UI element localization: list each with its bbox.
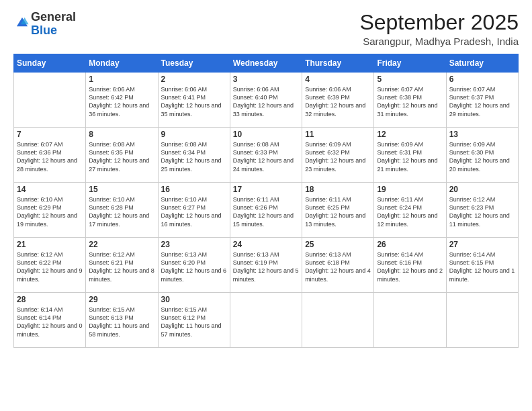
day-number: 26 xyxy=(377,240,443,249)
day-number: 23 xyxy=(161,240,227,249)
calendar-cell xyxy=(230,293,302,348)
cell-daylight-info: Sunrise: 6:11 AMSunset: 6:24 PMDaylight:… xyxy=(377,195,443,228)
cell-daylight-info: Sunrise: 6:08 AMSunset: 6:33 PMDaylight:… xyxy=(233,140,299,173)
calendar-cell xyxy=(14,73,86,128)
day-number: 19 xyxy=(377,185,443,194)
day-number: 28 xyxy=(17,295,83,304)
day-number: 14 xyxy=(17,185,83,194)
day-number: 5 xyxy=(377,75,443,84)
cell-daylight-info: Sunrise: 6:07 AMSunset: 6:38 PMDaylight:… xyxy=(377,85,443,118)
calendar-cell: 14Sunrise: 6:10 AMSunset: 6:29 PMDayligh… xyxy=(14,183,86,238)
day-number: 25 xyxy=(305,240,371,249)
calendar-cell: 3Sunrise: 6:06 AMSunset: 6:40 PMDaylight… xyxy=(230,73,302,128)
cell-daylight-info: Sunrise: 6:07 AMSunset: 6:36 PMDaylight:… xyxy=(17,140,83,173)
day-number: 29 xyxy=(89,295,154,304)
logo: General Blue xyxy=(13,11,76,38)
cell-daylight-info: Sunrise: 6:14 AMSunset: 6:15 PMDaylight:… xyxy=(449,250,515,283)
cell-daylight-info: Sunrise: 6:15 AMSunset: 6:13 PMDaylight:… xyxy=(89,306,154,338)
calendar-cell: 5Sunrise: 6:07 AMSunset: 6:38 PMDaylight… xyxy=(374,73,446,128)
cell-daylight-info: Sunrise: 6:12 AMSunset: 6:21 PMDaylight:… xyxy=(89,250,154,283)
cell-daylight-info: Sunrise: 6:13 AMSunset: 6:19 PMDaylight:… xyxy=(233,250,299,283)
weekday-header-row: SundayMondayTuesdayWednesdayThursdayFrid… xyxy=(14,54,519,73)
cell-daylight-info: Sunrise: 6:10 AMSunset: 6:28 PMDaylight:… xyxy=(89,195,154,228)
cell-daylight-info: Sunrise: 6:12 AMSunset: 6:22 PMDaylight:… xyxy=(17,250,83,283)
cell-daylight-info: Sunrise: 6:06 AMSunset: 6:40 PMDaylight:… xyxy=(233,85,299,118)
cell-daylight-info: Sunrise: 6:10 AMSunset: 6:27 PMDaylight:… xyxy=(161,195,227,228)
week-row-5: 28Sunrise: 6:14 AMSunset: 6:14 PMDayligh… xyxy=(14,293,519,348)
cell-daylight-info: Sunrise: 6:10 AMSunset: 6:29 PMDaylight:… xyxy=(17,195,83,228)
day-number: 27 xyxy=(449,240,515,249)
calendar-cell: 29Sunrise: 6:15 AMSunset: 6:13 PMDayligh… xyxy=(86,293,158,348)
cell-daylight-info: Sunrise: 6:09 AMSunset: 6:30 PMDaylight:… xyxy=(449,140,515,173)
weekday-header-sunday: Sunday xyxy=(14,54,86,73)
cell-daylight-info: Sunrise: 6:13 AMSunset: 6:18 PMDaylight:… xyxy=(305,250,371,283)
calendar-cell xyxy=(374,293,446,348)
day-number: 18 xyxy=(305,185,371,194)
calendar-cell: 8Sunrise: 6:08 AMSunset: 6:35 PMDaylight… xyxy=(86,128,158,183)
calendar-cell xyxy=(302,293,374,348)
calendar-cell: 11Sunrise: 6:09 AMSunset: 6:32 PMDayligh… xyxy=(302,128,374,183)
calendar-cell: 1Sunrise: 6:06 AMSunset: 6:42 PMDaylight… xyxy=(86,73,158,128)
cell-daylight-info: Sunrise: 6:06 AMSunset: 6:42 PMDaylight:… xyxy=(89,85,154,118)
day-number: 9 xyxy=(161,130,227,139)
day-number: 3 xyxy=(233,75,299,84)
cell-daylight-info: Sunrise: 6:09 AMSunset: 6:31 PMDaylight:… xyxy=(377,140,443,173)
day-number: 17 xyxy=(233,185,299,194)
title-block: September 2025 Sarangpur, Madhya Pradesh… xyxy=(359,11,519,47)
cell-daylight-info: Sunrise: 6:09 AMSunset: 6:32 PMDaylight:… xyxy=(305,140,371,173)
day-number: 24 xyxy=(233,240,299,249)
day-number: 13 xyxy=(449,130,515,139)
cell-daylight-info: Sunrise: 6:12 AMSunset: 6:23 PMDaylight:… xyxy=(449,195,515,228)
calendar-table: SundayMondayTuesdayWednesdayThursdayFrid… xyxy=(13,54,519,348)
calendar-cell: 7Sunrise: 6:07 AMSunset: 6:36 PMDaylight… xyxy=(14,128,86,183)
calendar-cell xyxy=(446,293,518,348)
calendar-cell: 17Sunrise: 6:11 AMSunset: 6:26 PMDayligh… xyxy=(230,183,302,238)
day-number: 7 xyxy=(17,130,83,139)
week-row-1: 1Sunrise: 6:06 AMSunset: 6:42 PMDaylight… xyxy=(14,73,519,128)
calendar-cell: 15Sunrise: 6:10 AMSunset: 6:28 PMDayligh… xyxy=(86,183,158,238)
cell-daylight-info: Sunrise: 6:08 AMSunset: 6:35 PMDaylight:… xyxy=(89,140,154,173)
calendar-cell: 18Sunrise: 6:11 AMSunset: 6:25 PMDayligh… xyxy=(302,183,374,238)
calendar-cell: 12Sunrise: 6:09 AMSunset: 6:31 PMDayligh… xyxy=(374,128,446,183)
day-number: 15 xyxy=(89,185,154,194)
day-number: 10 xyxy=(233,130,299,139)
calendar-cell: 6Sunrise: 6:07 AMSunset: 6:37 PMDaylight… xyxy=(446,73,518,128)
day-number: 30 xyxy=(161,295,227,304)
weekday-header-thursday: Thursday xyxy=(302,54,374,73)
logo-blue: Blue xyxy=(31,24,57,37)
calendar-cell: 24Sunrise: 6:13 AMSunset: 6:19 PMDayligh… xyxy=(230,238,302,293)
calendar-cell: 10Sunrise: 6:08 AMSunset: 6:33 PMDayligh… xyxy=(230,128,302,183)
calendar-cell: 23Sunrise: 6:13 AMSunset: 6:20 PMDayligh… xyxy=(158,238,230,293)
weekday-header-friday: Friday xyxy=(374,54,446,73)
calendar-cell: 2Sunrise: 6:06 AMSunset: 6:41 PMDaylight… xyxy=(158,73,230,128)
weekday-header-saturday: Saturday xyxy=(446,54,518,73)
cell-daylight-info: Sunrise: 6:15 AMSunset: 6:12 PMDaylight:… xyxy=(161,306,227,338)
day-number: 8 xyxy=(89,130,154,139)
week-row-2: 7Sunrise: 6:07 AMSunset: 6:36 PMDaylight… xyxy=(14,128,519,183)
day-number: 12 xyxy=(377,130,443,139)
cell-daylight-info: Sunrise: 6:11 AMSunset: 6:26 PMDaylight:… xyxy=(233,195,299,228)
weekday-header-monday: Monday xyxy=(86,54,158,73)
week-row-4: 21Sunrise: 6:12 AMSunset: 6:22 PMDayligh… xyxy=(14,238,519,293)
day-number: 22 xyxy=(89,240,154,249)
header-row: General Blue September 2025 Sarangpur, M… xyxy=(13,11,519,47)
calendar-cell: 19Sunrise: 6:11 AMSunset: 6:24 PMDayligh… xyxy=(374,183,446,238)
day-number: 2 xyxy=(161,75,227,84)
day-number: 21 xyxy=(17,240,83,249)
weekday-header-tuesday: Tuesday xyxy=(158,54,230,73)
subtitle: Sarangpur, Madhya Pradesh, India xyxy=(359,36,519,47)
calendar-cell: 16Sunrise: 6:10 AMSunset: 6:27 PMDayligh… xyxy=(158,183,230,238)
week-row-3: 14Sunrise: 6:10 AMSunset: 6:29 PMDayligh… xyxy=(14,183,519,238)
cell-daylight-info: Sunrise: 6:14 AMSunset: 6:16 PMDaylight:… xyxy=(377,250,443,283)
logo-text: General Blue xyxy=(31,11,76,38)
calendar-cell: 4Sunrise: 6:06 AMSunset: 6:39 PMDaylight… xyxy=(302,73,374,128)
cell-daylight-info: Sunrise: 6:14 AMSunset: 6:14 PMDaylight:… xyxy=(17,306,83,338)
calendar-cell: 25Sunrise: 6:13 AMSunset: 6:18 PMDayligh… xyxy=(302,238,374,293)
main-title: September 2025 xyxy=(359,11,519,34)
page-container: General Blue September 2025 Sarangpur, M… xyxy=(0,0,532,355)
day-number: 16 xyxy=(161,185,227,194)
calendar-cell: 26Sunrise: 6:14 AMSunset: 6:16 PMDayligh… xyxy=(374,238,446,293)
day-number: 4 xyxy=(305,75,371,84)
logo-icon xyxy=(15,15,30,30)
calendar-cell: 28Sunrise: 6:14 AMSunset: 6:14 PMDayligh… xyxy=(14,293,86,348)
